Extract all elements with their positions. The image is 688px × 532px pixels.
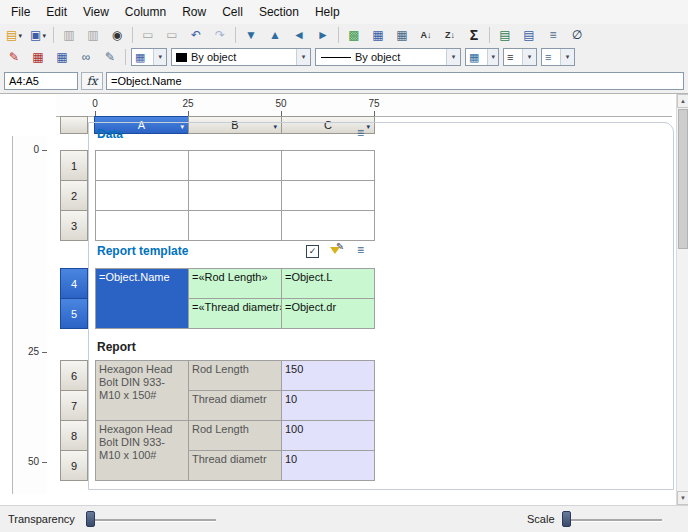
eye-icon: ◉ xyxy=(112,29,122,41)
data-cell[interactable] xyxy=(96,211,189,241)
report-value-cell[interactable]: 100 xyxy=(282,421,375,451)
data-cell[interactable] xyxy=(189,151,282,181)
move-right-button[interactable]: ► xyxy=(311,24,335,46)
scroll-up-button[interactable]: ▲ xyxy=(677,94,688,108)
data-cell[interactable] xyxy=(282,181,375,211)
row-header-8[interactable]: 8 xyxy=(60,420,88,451)
link-cells-button[interactable]: ∞ xyxy=(74,46,98,68)
sheet-workspace: 0 25 50 75 0 25 50 A ▾ B ▾ C xyxy=(0,94,688,505)
data-cell[interactable] xyxy=(189,181,282,211)
template-cell-b4[interactable]: =«Rod Length» xyxy=(189,269,282,299)
grid-options-dropdown[interactable]: ▦ ▾ xyxy=(465,48,499,66)
template-cell-a4-a5-selected[interactable]: =Object.Name xyxy=(96,269,189,329)
row-header-6[interactable]: 6 xyxy=(60,360,88,391)
report-param-cell[interactable]: Rod Length xyxy=(189,421,282,451)
filter-edit-icon[interactable]: ✎ xyxy=(330,244,346,259)
ruler-mark: 75 xyxy=(364,98,384,109)
ruler-mark: 0 xyxy=(85,98,105,109)
redo-button[interactable]: ↷ xyxy=(208,24,232,46)
edit-cells-button[interactable]: ✎ xyxy=(98,46,122,68)
menu-column[interactable]: Column xyxy=(117,1,174,23)
move-up-button[interactable]: ▲ xyxy=(263,24,287,46)
move-left-button[interactable]: ◄ xyxy=(287,24,311,46)
sort-ascending-button[interactable]: A↓ xyxy=(414,24,438,46)
data-cell[interactable] xyxy=(189,211,282,241)
preview-button[interactable]: ◉ xyxy=(105,24,129,46)
template-cell-b5[interactable]: =«Thread diametr» xyxy=(189,299,282,329)
data-cell[interactable] xyxy=(282,211,375,241)
row-header-1[interactable]: 1 xyxy=(60,150,88,181)
menu-row[interactable]: Row xyxy=(174,1,214,23)
vertical-scrollbar[interactable]: ▲ ▼ xyxy=(676,94,688,505)
move-down-button[interactable]: ▼ xyxy=(239,24,263,46)
row-header-3[interactable]: 3 xyxy=(60,210,88,241)
table-grid-button[interactable]: ▦ xyxy=(50,46,74,68)
export-button[interactable]: ▥ xyxy=(81,24,105,46)
fill-style-value: By object xyxy=(187,51,296,63)
report-value-cell[interactable]: 150 xyxy=(282,361,375,391)
slider-handle[interactable] xyxy=(562,511,571,527)
undo-button[interactable]: ↶ xyxy=(184,24,208,46)
slider-track[interactable] xyxy=(562,519,662,521)
row-header-7[interactable]: 7 xyxy=(60,390,88,421)
slider-track[interactable] xyxy=(86,519,216,521)
row-header-2[interactable]: 2 xyxy=(60,180,88,211)
report-param-cell[interactable]: Thread diametr xyxy=(189,391,282,421)
scroll-down-button[interactable]: ▼ xyxy=(677,491,688,505)
format-table-button[interactable]: ▦ xyxy=(390,24,414,46)
report-data-button[interactable]: ▤ xyxy=(493,24,517,46)
slider-handle[interactable] xyxy=(86,511,95,527)
menu-view[interactable]: View xyxy=(75,1,117,23)
section-menu-icon[interactable]: ≡ xyxy=(357,244,364,256)
report-value-cell[interactable]: 10 xyxy=(282,391,375,421)
data-cell[interactable] xyxy=(282,151,375,181)
transparency-slider[interactable] xyxy=(86,511,216,528)
report-template-button[interactable]: ▤ xyxy=(517,24,541,46)
format-painter-button[interactable]: ✎ xyxy=(2,46,26,68)
borders-dropdown[interactable]: ≡ ▾ xyxy=(541,48,575,66)
save-button[interactable]: ▣▾ xyxy=(26,24,50,46)
cell-borders-button[interactable]: ▦ xyxy=(26,46,50,68)
checkbox-icon[interactable]: ✓ xyxy=(306,245,319,258)
select-all-corner[interactable] xyxy=(60,116,88,134)
row-header-4[interactable]: 4 xyxy=(60,268,88,299)
report-param-cell[interactable]: Rod Length xyxy=(189,361,282,391)
empty-value-button[interactable]: ∅ xyxy=(565,24,589,46)
report-item-cell[interactable]: Hexagon Head Bolt DIN 933-M10 x 100# xyxy=(96,421,189,481)
sum-button[interactable]: Σ xyxy=(462,24,486,46)
insert-table-button[interactable]: ▦ xyxy=(366,24,390,46)
fill-style-dropdown[interactable]: By object ▾ xyxy=(171,48,311,66)
data-cell[interactable] xyxy=(96,181,189,211)
main-toolbar: ▤▾ ▣▾ ▥ ▥ ◉ ▭ ▭ ↶ ↷ ▼ ▲ ◄ ► ▩ ▦ ▦ A↓ Z↓ … xyxy=(0,24,688,46)
import-button[interactable]: ▥ xyxy=(57,24,81,46)
report-value-cell[interactable]: 10 xyxy=(282,451,375,481)
insert-function-button[interactable]: fx xyxy=(81,72,103,90)
menu-help[interactable]: Help xyxy=(307,1,348,23)
cell-reference-box[interactable] xyxy=(4,72,78,90)
row-header-9[interactable]: 9 xyxy=(60,450,88,481)
table-style-dropdown[interactable]: ▦ ▾ xyxy=(131,48,167,66)
menu-cell[interactable]: Cell xyxy=(214,1,251,23)
scale-slider[interactable] xyxy=(562,511,662,528)
paste-special-button[interactable]: ▭ xyxy=(160,24,184,46)
alignment-dropdown[interactable]: ≡ ▾ xyxy=(503,48,537,66)
menu-file[interactable]: File xyxy=(3,1,38,23)
paste-button[interactable]: ▭ xyxy=(136,24,160,46)
insert-picture-button[interactable]: ▩ xyxy=(342,24,366,46)
scrollbar-thumb[interactable] xyxy=(678,109,688,249)
report-item-cell[interactable]: Hexagon Head Bolt DIN 933-M10 x 150# xyxy=(96,361,189,421)
sort-descending-button[interactable]: Z↓ xyxy=(438,24,462,46)
template-cell-c5[interactable]: =Object.dr xyxy=(282,299,375,329)
report-param-cell[interactable]: Thread diametr xyxy=(189,451,282,481)
report-sections-button[interactable]: ≡ xyxy=(541,24,565,46)
menu-section[interactable]: Section xyxy=(251,1,307,23)
row-header-5[interactable]: 5 xyxy=(60,298,88,329)
table-style-icon: ▦ xyxy=(135,51,145,64)
new-button[interactable]: ▤▾ xyxy=(2,24,26,46)
data-cell[interactable] xyxy=(96,151,189,181)
template-cell-c4[interactable]: =Object.L xyxy=(282,269,375,299)
menu-edit[interactable]: Edit xyxy=(38,1,75,23)
line-style-dropdown[interactable]: By object ▾ xyxy=(315,48,461,66)
section-menu-icon[interactable]: ≡ xyxy=(357,127,364,139)
formula-input[interactable] xyxy=(106,72,684,90)
